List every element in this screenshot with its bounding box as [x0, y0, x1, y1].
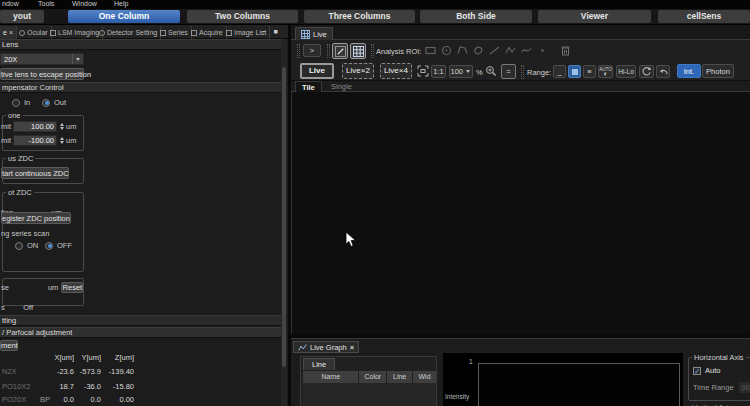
- live-image-area[interactable]: [291, 92, 750, 334]
- tab-line[interactable]: Line: [303, 358, 335, 370]
- escape-position-button[interactable]: tive lens to escape position: [0, 68, 84, 80]
- tab-series[interactable]: Series: [157, 26, 192, 39]
- auto-checkbox[interactable]: ✓ Auto: [693, 366, 720, 375]
- start-continuous-zdc-button[interactable]: tart continuous ZDC: [1, 167, 69, 179]
- one-to-one-button[interactable]: 1:1: [431, 65, 446, 78]
- undo-button[interactable]: [656, 65, 670, 78]
- snapshot-restore-button[interactable]: [639, 65, 654, 78]
- roi-point-button[interactable]: [535, 43, 550, 58]
- equalize-button[interactable]: =: [501, 64, 516, 79]
- hi-lo-button[interactable]: Hi-Lo: [616, 65, 636, 78]
- roi-line-button[interactable]: [487, 43, 502, 58]
- draw-mode-button[interactable]: [332, 43, 348, 59]
- left-panel-scrollbar[interactable]: [281, 39, 287, 406]
- series-on-radio[interactable]: ON: [15, 241, 38, 250]
- spinner-icon[interactable]: [60, 137, 64, 144]
- range-full-button[interactable]: ≡: [583, 65, 596, 78]
- lens-section-header[interactable]: Lens: [0, 39, 282, 50]
- scrollbar-thumb[interactable]: [282, 67, 286, 367]
- expand-button[interactable]: >: [303, 44, 321, 57]
- col-name[interactable]: Name: [303, 371, 358, 383]
- intensity-mode-button[interactable]: Int.: [677, 64, 701, 78]
- tab-detector-setting[interactable]: Detector Setting: [96, 26, 161, 39]
- photon-mode-button[interactable]: Photon: [702, 64, 734, 78]
- live-x2-button[interactable]: Live×2: [342, 63, 374, 79]
- tab-acquire[interactable]: Acquire: [188, 26, 227, 39]
- close-icon[interactable]: ×: [350, 343, 354, 352]
- panel-minimize-button[interactable]: −: [258, 27, 269, 37]
- toolbar-grip[interactable]: [297, 44, 300, 58]
- tab-tile[interactable]: Tile: [295, 81, 322, 92]
- roi-curve-button[interactable]: [519, 43, 534, 58]
- register-zdc-position-button[interactable]: egister ZDC position: [1, 212, 71, 224]
- menu-item-window[interactable]: Window: [72, 0, 97, 7]
- roi-polygon-button[interactable]: [455, 43, 470, 58]
- col-line[interactable]: Line: [387, 371, 412, 383]
- auto-contrast-button[interactable]: AUTO ◐: [598, 65, 613, 78]
- table-row[interactable]: N2X -23.6 -573.9 -139.40: [0, 367, 280, 377]
- range-low-button[interactable]: _: [553, 65, 566, 78]
- delete-roi-button[interactable]: [558, 43, 573, 58]
- toolbar-grip[interactable]: [371, 44, 374, 58]
- grid-icon: [301, 30, 310, 39]
- tab-lsm-imaging[interactable]: LSM Imaging: [47, 26, 103, 39]
- tab-partial[interactable]: e ×: [0, 26, 17, 39]
- layout-button-viewer[interactable]: Viewer: [538, 10, 651, 23]
- table-row[interactable]: PO20X BP 0.0 0.0 0.00: [0, 395, 280, 405]
- tab-lsm-imaging-label: LSM Imaging: [58, 26, 99, 39]
- layout-button-cellsens[interactable]: cellSens: [658, 10, 750, 23]
- tab-single[interactable]: Single: [325, 81, 358, 92]
- col-color[interactable]: Color: [359, 371, 386, 383]
- live-button[interactable]: Live: [300, 63, 334, 79]
- compensator-in-radio[interactable]: In: [12, 98, 30, 107]
- roi-closed-polygon-button[interactable]: [471, 43, 486, 58]
- menu-item-window-partial[interactable]: ndow: [2, 0, 19, 7]
- setting-section-header[interactable]: tting: [0, 315, 282, 326]
- adjustment-button[interactable]: ment: [0, 340, 18, 351]
- live-x4-button[interactable]: Live×4: [380, 63, 412, 79]
- menu-item-tools[interactable]: Tools: [38, 0, 54, 7]
- upper-limit-input[interactable]: 100.00: [13, 121, 57, 132]
- layout-button-one-column[interactable]: One Column: [68, 10, 180, 23]
- toolbar-grip[interactable]: [521, 65, 524, 79]
- layout-button-three-columns[interactable]: Three Columns: [304, 10, 415, 23]
- radio-icon: [45, 242, 53, 250]
- series-off-radio[interactable]: OFF: [45, 241, 72, 250]
- range-mid-button[interactable]: [568, 65, 581, 78]
- toolbar-grip[interactable]: [327, 44, 330, 58]
- fit-icon: [417, 65, 429, 77]
- offset-label: se: [1, 283, 9, 292]
- col-z: Z[um]: [99, 353, 134, 362]
- zoom-in-button[interactable]: [483, 64, 498, 78]
- menu-item-help[interactable]: Help: [114, 0, 128, 7]
- roi-rectangle-button[interactable]: [423, 43, 438, 58]
- roi-circle-button[interactable]: [439, 43, 454, 58]
- layout-button-two-columns[interactable]: Two Columns: [187, 10, 298, 23]
- close-icon[interactable]: ×: [9, 26, 13, 39]
- app-window: ndow Tools Window Help yout One Column T…: [0, 0, 750, 406]
- lower-limit-input[interactable]: -100.00: [13, 135, 57, 146]
- layout-button-layout[interactable]: yout: [0, 10, 44, 23]
- live-graph-tab[interactable]: Live Graph ×: [293, 341, 359, 353]
- objective-select[interactable]: 20X: [0, 53, 84, 65]
- chevron-down-icon[interactable]: [72, 54, 83, 64]
- line-table-body[interactable]: [303, 383, 436, 406]
- panel-restore-button[interactable]: ■: [270, 27, 281, 37]
- reset-button[interactable]: Reset: [61, 282, 83, 293]
- status-value: Off: [23, 303, 33, 312]
- roi-polyline-button[interactable]: [503, 43, 518, 58]
- tab-live[interactable]: Live: [295, 27, 333, 40]
- compensator-section-header[interactable]: mpensator Control: [0, 82, 282, 93]
- spinner-icon[interactable]: [60, 123, 64, 130]
- col-width[interactable]: Wid: [413, 371, 436, 383]
- fit-to-window-button[interactable]: [415, 64, 430, 78]
- range-label: Range:: [527, 68, 551, 77]
- zoom-level-select[interactable]: 100: [449, 65, 473, 78]
- compensator-out-radio[interactable]: Out: [42, 98, 66, 107]
- layout-button-both-side[interactable]: Both Side: [420, 10, 532, 23]
- grid-overlay-button[interactable]: [350, 43, 366, 59]
- table-row[interactable]: PO10X2 18.7 -36.0 -15.80: [0, 382, 280, 392]
- view-tab-bar: Tile Single: [291, 81, 750, 92]
- parfocal-section-header[interactable]: / Parfocal adjustment: [0, 327, 282, 338]
- time-range-input[interactable]: 000: [739, 382, 750, 393]
